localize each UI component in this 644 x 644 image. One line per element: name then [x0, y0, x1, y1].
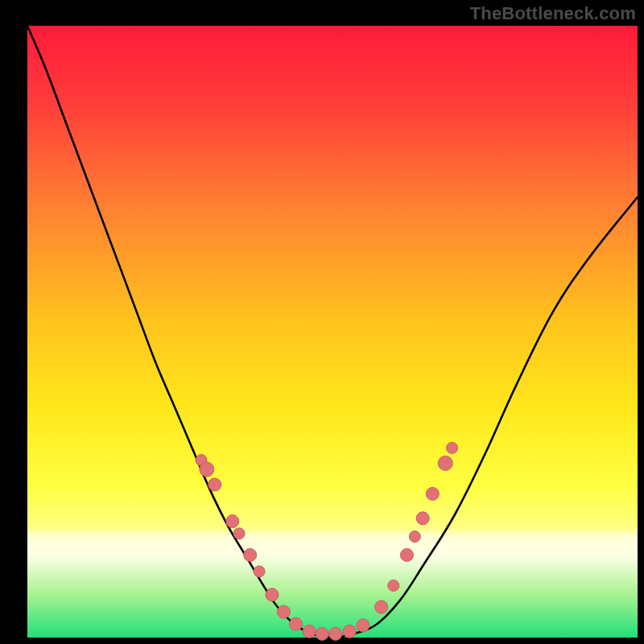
curve-marker [388, 580, 399, 591]
curve-marker [409, 531, 420, 543]
curve-marker [277, 605, 290, 618]
curve-marker [357, 619, 369, 632]
curve-marker [200, 462, 214, 477]
curve-marker [233, 528, 245, 539]
curve-marker [266, 588, 279, 601]
curve-marker [375, 601, 388, 613]
curve-marker [290, 617, 303, 630]
curve-marker [254, 566, 265, 577]
plot-background [27, 26, 638, 638]
curve-marker [416, 512, 429, 525]
watermark-label: TheBottleneck.com [470, 3, 636, 24]
curve-marker [226, 515, 239, 528]
curve-marker [447, 442, 458, 453]
curve-marker [244, 548, 257, 561]
curve-marker [329, 627, 342, 640]
bottleneck-chart [0, 0, 644, 644]
curve-marker [343, 625, 356, 638]
curve-marker [303, 625, 316, 638]
curve-marker [316, 627, 328, 640]
curve-marker [426, 487, 439, 500]
chart-frame: TheBottleneck.com [0, 0, 644, 644]
curve-marker [400, 548, 413, 561]
curve-marker [208, 478, 221, 491]
curve-marker [438, 456, 452, 470]
